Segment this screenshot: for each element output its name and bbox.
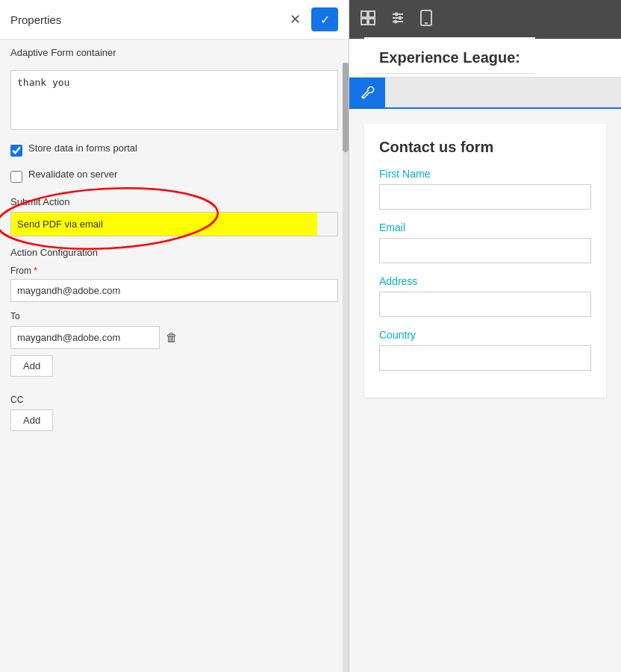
revalidate-row: Revalidate on server (10, 169, 338, 184)
svg-rect-3 (361, 19, 367, 25)
svg-rect-4 (369, 19, 375, 25)
from-label: From * (10, 266, 338, 276)
svg-point-6 (395, 12, 399, 16)
form-field-email: Email (379, 222, 591, 263)
header-actions: ✕ ✓ (285, 7, 338, 31)
email-label: Email (379, 222, 591, 233)
panel-subtitle: Adaptive Form container (0, 40, 349, 63)
sliders-icon[interactable] (387, 7, 409, 33)
svg-point-13 (363, 97, 364, 98)
scrollbar-thumb[interactable] (343, 63, 349, 152)
confirm-button[interactable]: ✓ (311, 7, 338, 31)
right-panel: Experience League: Contact us form First… (349, 0, 621, 672)
from-input[interactable] (10, 279, 338, 302)
to-section: To 🗑 Add (10, 311, 338, 387)
firstname-label: First Name (379, 168, 591, 180)
thankyou-textarea[interactable]: thank you (10, 70, 338, 130)
experience-league-header: Experience League: (364, 37, 535, 74)
tabs-row (349, 78, 621, 109)
wrench-tab[interactable] (349, 78, 385, 107)
svg-point-10 (394, 19, 398, 23)
svg-point-8 (399, 16, 402, 19)
form-title: Contact us form (379, 139, 591, 156)
store-data-checkbox[interactable] (10, 145, 22, 157)
layout-icon[interactable] (357, 7, 379, 33)
form-field-firstname: First Name (379, 168, 591, 210)
to-label: To (10, 311, 338, 321)
form-field-country: Country (379, 329, 591, 371)
email-input[interactable] (379, 238, 591, 263)
mobile-icon[interactable] (416, 7, 436, 33)
revalidate-checkbox[interactable] (10, 171, 22, 183)
firstname-input[interactable] (379, 184, 591, 210)
svg-rect-2 (369, 11, 375, 17)
delete-to-icon[interactable]: 🗑 (166, 331, 178, 345)
add-to-button[interactable]: Add (10, 355, 53, 377)
store-data-label: Store data in forms portal (28, 142, 137, 154)
submit-action-label: Submit Action (10, 196, 338, 207)
address-label: Address (379, 275, 591, 287)
form-preview-area: Contact us form First Name Email Address… (349, 109, 621, 672)
submit-action-select-wrapper: Send PDF via email Submit to REST endpoi… (10, 212, 338, 236)
svg-rect-1 (361, 11, 367, 17)
panel-body: thank you Store data in forms portal Rev… (0, 63, 349, 672)
from-field-group: From * (10, 266, 338, 311)
cc-section: CC Add (10, 395, 338, 431)
action-config-label: Action Configuration (10, 247, 338, 258)
address-input[interactable] (379, 292, 591, 317)
to-row: 🗑 (10, 326, 338, 349)
panel-header: Properties ✕ ✓ (0, 0, 349, 40)
required-star: * (31, 266, 37, 276)
left-panel: Properties ✕ ✓ Adaptive Form container t… (0, 0, 349, 672)
cc-label: CC (10, 395, 338, 405)
right-toolbar (349, 0, 621, 39)
country-label: Country (379, 329, 591, 341)
country-input[interactable] (379, 345, 591, 371)
form-field-address: Address (379, 275, 591, 317)
to-input[interactable] (10, 326, 160, 349)
add-cc-button[interactable]: Add (10, 409, 53, 431)
close-button[interactable]: ✕ (285, 10, 305, 29)
revalidate-label: Revalidate on server (28, 169, 117, 180)
panel-title: Properties (10, 13, 61, 26)
scrollbar-track[interactable] (343, 63, 349, 672)
submit-action-select[interactable]: Send PDF via email Submit to REST endpoi… (10, 212, 338, 236)
store-data-row: Store data in forms portal (10, 142, 338, 158)
submit-action-section: Submit Action Send PDF via email Submit … (10, 196, 338, 236)
